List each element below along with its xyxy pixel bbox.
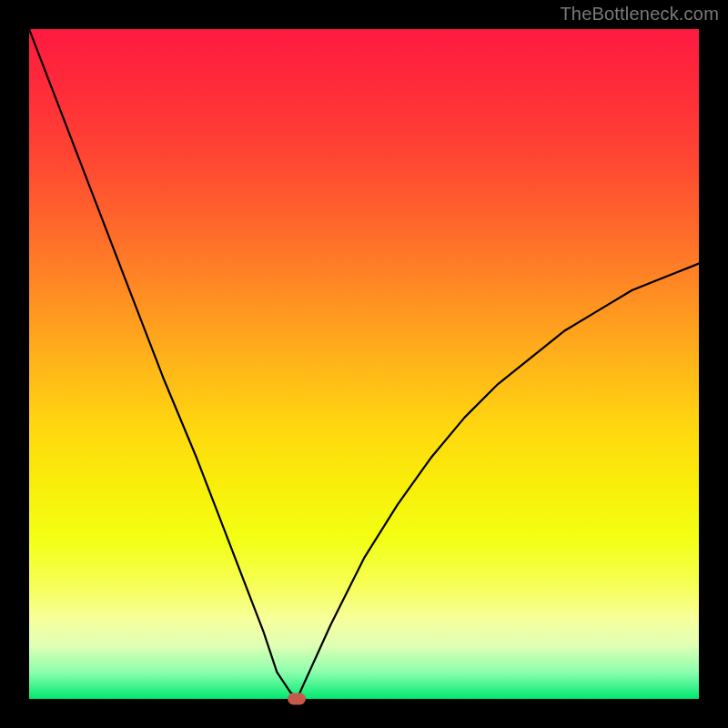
gradient-plot-area (29, 29, 699, 699)
watermark-label: TheBottleneck.com (560, 4, 719, 25)
chart-frame: TheBottleneck.com (0, 0, 728, 728)
optimal-point-marker (288, 693, 306, 705)
